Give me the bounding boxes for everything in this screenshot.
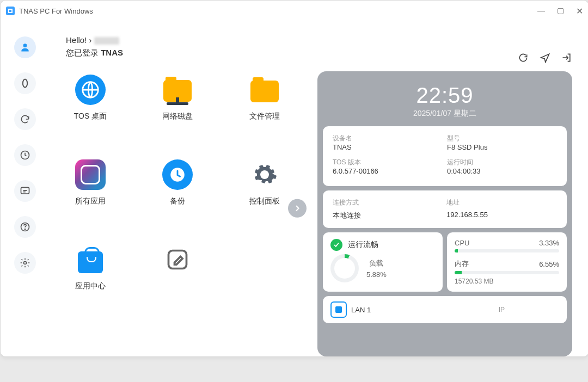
app-label: 控制面板 xyxy=(249,196,280,206)
uptime: 0:04:00:33 xyxy=(447,167,557,175)
greeting-line: Hello! › xyxy=(66,35,572,45)
conn-value: 本地连接 xyxy=(333,211,443,220)
window-title: TNAS PC For Windows xyxy=(19,7,93,15)
sidebar-user-button[interactable] xyxy=(14,36,36,58)
load-label: 负载 xyxy=(366,258,387,268)
history-icon xyxy=(20,150,30,161)
addr-value: 192.168.5.55 xyxy=(446,211,557,219)
send-icon[interactable] xyxy=(540,52,550,63)
help-icon xyxy=(20,221,30,232)
folder-icon xyxy=(250,81,279,102)
app-backup[interactable]: 备份 xyxy=(153,159,202,206)
next-page-button[interactable] xyxy=(288,199,307,218)
sidebar-chat-button[interactable] xyxy=(14,180,36,202)
backup-clock-icon xyxy=(162,159,193,190)
model: F8 SSD Plus xyxy=(447,143,557,151)
cpu-label: CPU xyxy=(455,239,469,247)
network-card: 连接方式 本地连接 地址 192.168.5.55 xyxy=(323,190,567,228)
addr-label: 地址 xyxy=(446,198,557,207)
shopping-bag-icon xyxy=(78,251,103,273)
load-value: 5.88% xyxy=(366,270,387,279)
tos-label: TOS 版本 xyxy=(333,158,443,167)
minimize-button[interactable]: — xyxy=(537,6,545,16)
model-label: 型号 xyxy=(447,134,557,143)
load-card: 运行流畅 负载 5.88% xyxy=(323,232,443,292)
app-label: 网络磁盘 xyxy=(162,112,193,121)
clock-block: 22:59 2025/01/07 星期二 xyxy=(323,77,567,122)
app-control-panel[interactable]: 控制面板 xyxy=(240,159,289,206)
cpu-mem-card: CPU3.33% 内存6.55% 15720.53 MB xyxy=(447,232,567,292)
load-donut xyxy=(330,254,359,282)
sync-icon xyxy=(20,114,30,125)
chat-icon xyxy=(20,186,30,196)
control-panel-gear-icon xyxy=(249,159,280,190)
main-area: Hello! › 您已登录 TNAS xyxy=(50,21,588,356)
maximize-button[interactable]: ▢ xyxy=(557,6,564,16)
clock-time: 22:59 xyxy=(323,83,567,108)
lan-ip-label: IP xyxy=(499,306,505,313)
user-icon xyxy=(20,42,30,53)
refresh-icon[interactable] xyxy=(518,52,529,63)
sidebar-sync-button[interactable] xyxy=(14,108,36,130)
clock-date: 2025/01/07 星期二 xyxy=(323,109,567,119)
window-controls: — ▢ ✕ xyxy=(537,6,583,16)
status-ok-icon xyxy=(330,239,342,251)
logged-in-prefix: 您已登录 xyxy=(66,48,101,57)
svg-point-6 xyxy=(24,262,27,264)
top-actions xyxy=(518,52,572,63)
app-app-center[interactable]: 应用中心 xyxy=(66,244,115,291)
device-card: 设备名 TNAS 型号 F8 SSD Plus TOS 版本 6.0.577-0… xyxy=(323,126,567,186)
svg-point-0 xyxy=(23,44,27,47)
app-edit[interactable] xyxy=(153,244,202,291)
mem-bar xyxy=(455,271,559,274)
app-label: 文件管理 xyxy=(249,112,280,121)
gear-icon xyxy=(20,257,30,268)
lan-card: LAN 1 IP xyxy=(323,296,567,323)
app-label: 备份 xyxy=(170,196,185,206)
app-network-disk[interactable]: 网络磁盘 xyxy=(153,75,202,121)
lan-name: LAN 1 xyxy=(351,306,371,314)
app-logo-icon xyxy=(6,7,15,15)
lan-icon xyxy=(330,301,347,318)
app-all-apps[interactable]: 所有应用 xyxy=(66,159,115,206)
svg-point-5 xyxy=(24,229,25,230)
conn-label: 连接方式 xyxy=(333,198,443,207)
logged-in-name: TNAS xyxy=(101,48,123,57)
check-icon xyxy=(333,241,340,249)
tos-version: 6.0.577-00166 xyxy=(333,167,443,175)
apps-icon xyxy=(75,159,106,190)
username-blur xyxy=(94,37,119,45)
mem-total: 15720.53 MB xyxy=(455,278,559,285)
sidebar-help-button[interactable] xyxy=(14,216,36,238)
app-window: TNAS PC For Windows — ▢ ✕ xyxy=(0,0,588,357)
mem-value: 6.55% xyxy=(539,260,559,268)
chevron-right-icon xyxy=(293,204,302,213)
uptime-label: 运行时间 xyxy=(447,158,557,167)
sidebar xyxy=(1,21,50,356)
sidebar-settings-button[interactable] xyxy=(14,252,36,274)
sidebar-circle-button[interactable] xyxy=(14,72,36,94)
logout-icon[interactable] xyxy=(561,52,572,63)
close-button[interactable]: ✕ xyxy=(576,6,583,16)
status-row: 运行流畅 负载 5.88% CPU3.33% xyxy=(323,232,567,292)
app-file-manager[interactable]: 文件管理 xyxy=(240,75,289,121)
svg-point-1 xyxy=(23,79,27,88)
edit-icon xyxy=(162,244,193,275)
titlebar: TNAS PC For Windows — ▢ ✕ xyxy=(1,1,588,21)
logged-in-line: 您已登录 TNAS xyxy=(66,48,572,58)
device-name: TNAS xyxy=(333,143,443,151)
cpu-value: 3.33% xyxy=(539,239,559,247)
app-label: 所有应用 xyxy=(75,196,106,206)
app-grid: TOS 桌面 网络磁盘 文件管理 xyxy=(66,71,308,356)
mem-label: 内存 xyxy=(455,259,469,269)
hello-text: Hello! › xyxy=(66,35,92,45)
network-disk-icon xyxy=(163,78,192,102)
app-tos-desktop[interactable]: TOS 桌面 xyxy=(66,75,115,121)
app-label: TOS 桌面 xyxy=(74,112,107,121)
info-panel: 22:59 2025/01/07 星期二 设备名 TNAS 型号 F8 SSD … xyxy=(317,71,572,356)
device-name-label: 设备名 xyxy=(333,134,443,143)
smooth-label: 运行流畅 xyxy=(348,240,378,250)
app-label: 应用中心 xyxy=(75,281,106,291)
globe-icon xyxy=(75,75,106,105)
sidebar-history-button[interactable] xyxy=(14,144,36,166)
